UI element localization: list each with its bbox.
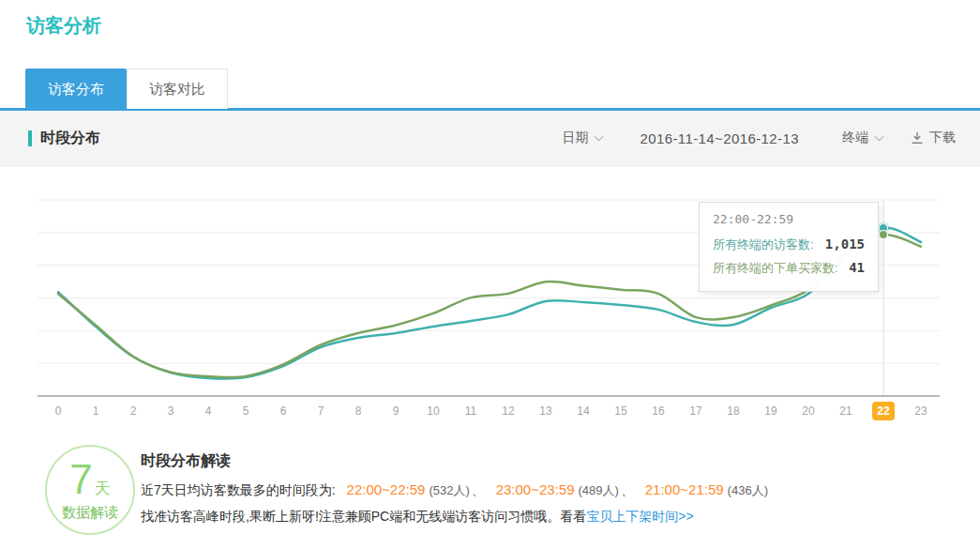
badge-caption: 数据解读 <box>62 504 118 522</box>
tooltip-label-buyers: 所有终端的下单买家数: <box>713 256 838 280</box>
x-axis-label: 8 <box>339 404 377 418</box>
x-axis-label: 6 <box>264 404 302 418</box>
section-marker <box>28 130 32 146</box>
tooltip-label-visitors: 所有终端的访客数: <box>713 233 814 256</box>
badge-unit: 天 <box>95 480 111 497</box>
x-axis-label: 0 <box>39 404 77 418</box>
x-axis-label: 12 <box>490 404 527 418</box>
x-axis-label: 9 <box>377 404 415 418</box>
x-axis-label: 3 <box>152 404 189 418</box>
download-icon <box>911 131 924 145</box>
toolbar: 时段分布 日期 2016-11-14~2016-12-13 终端 下载 <box>0 111 980 166</box>
x-axis-label: 10 <box>415 404 452 418</box>
insight-line1-prefix: 近7天日均访客数最多的时间段为: <box>141 482 336 497</box>
x-axis-label: 11 <box>452 404 490 418</box>
x-axis-label: 20 <box>790 404 827 418</box>
terminal-filter-dropdown[interactable]: 终端 <box>842 130 882 146</box>
download-button[interactable]: 下载 <box>911 130 956 146</box>
x-axis-label: 2 <box>114 404 152 418</box>
chevron-down-icon <box>595 131 604 141</box>
date-filter-dropdown[interactable]: 日期 <box>562 130 602 146</box>
insight-section: 7天 数据解读 时段分布解读 近7天日均访客数最多的时间段为: 22:00~22… <box>0 443 980 534</box>
x-axis-label: 18 <box>715 404 752 418</box>
tab-bar: 访客分布 访客对比 <box>25 69 228 111</box>
x-axis-label: 5 <box>227 404 264 418</box>
toolbar-controls: 日期 2016-11-14~2016-12-13 终端 下载 <box>562 130 956 146</box>
tab-visitor-comparison[interactable]: 访客对比 <box>127 69 228 109</box>
x-axis-label: 17 <box>677 404 715 418</box>
tooltip-row-buyers: 所有终端的下单买家数: 41 <box>713 256 865 280</box>
top-slot-3-count: (436人) <box>728 483 768 497</box>
x-axis-label: 1 <box>77 404 114 418</box>
date-filter-label: 日期 <box>562 130 588 146</box>
x-axis-label: 4 <box>189 404 227 418</box>
download-label: 下载 <box>929 130 956 146</box>
slot-separator: 、 <box>472 482 485 497</box>
listing-schedule-link[interactable]: 宝贝上下架时间>> <box>586 509 693 524</box>
visitor-analysis-page: 访客分析 访客分布 访客对比 时段分布 日期 2016-11-14~2016-1… <box>0 0 980 549</box>
insight-line-2: 找准访客高峰时段,果断上新呀!注意兼顾PC端和无线端访客访问习惯哦。看看宝贝上下… <box>141 508 980 526</box>
insight-line-1: 近7天日均访客数最多的时间段为: 22:00~22:59(532人)、 23:0… <box>141 480 980 499</box>
x-axis-label-highlighted: 22 <box>865 404 902 418</box>
highlight-dot-buyers <box>880 231 888 239</box>
top-slot-2-count: (489人) <box>579 483 619 497</box>
tooltip-value-buyers: 41 <box>849 256 865 280</box>
tab-visitor-distribution[interactable]: 访客分布 <box>25 69 127 111</box>
badge-number: 7 <box>69 456 92 502</box>
badge-days: 7天 <box>69 459 110 500</box>
tooltip-time: 22:00-22:59 <box>713 212 865 226</box>
x-axis-label: 14 <box>565 404 602 418</box>
x-axis-label: 15 <box>602 404 640 418</box>
date-range-value[interactable]: 2016-11-14~2016-12-13 <box>640 130 799 146</box>
time-distribution-chart[interactable]: 01234567891011121314151617181920212223 2… <box>0 178 980 441</box>
x-axis-label: 7 <box>302 404 339 418</box>
insight-heading: 时段分布解读 <box>141 451 980 471</box>
x-axis-label: 23 <box>902 404 940 418</box>
seven-day-badge: 7天 数据解读 <box>45 445 135 535</box>
section-title-text: 时段分布 <box>40 129 100 148</box>
insight-body: 时段分布解读 近7天日均访客数最多的时间段为: 22:00~22:59(532人… <box>141 443 980 526</box>
slot-separator: 、 <box>621 482 634 497</box>
chevron-down-icon <box>875 131 884 141</box>
page-title: 访客分析 <box>26 13 101 38</box>
x-axis-label: 19 <box>752 404 790 418</box>
x-axis-label: 13 <box>527 404 565 418</box>
x-axis-label: 16 <box>640 404 677 418</box>
terminal-filter-label: 终端 <box>842 130 868 146</box>
section-title: 时段分布 <box>28 129 100 148</box>
top-slot-2-time: 23:00~23:59 <box>496 481 575 497</box>
x-axis-label: 21 <box>827 404 865 418</box>
top-slot-1-time: 22:00~22:59 <box>347 481 426 497</box>
top-slot-1-count: (532人) <box>429 483 469 497</box>
top-slot-3-time: 21:00~21:59 <box>645 481 724 497</box>
tooltip-row-visitors: 所有终端的访客数: 1,015 <box>713 233 865 256</box>
insight-line2-text: 找准访客高峰时段,果断上新呀!注意兼顾PC端和无线端访客访问习惯哦。看看 <box>141 509 586 524</box>
chart-tooltip: 22:00-22:59 所有终端的访客数: 1,015 所有终端的下单买家数: … <box>699 202 879 292</box>
tooltip-value-visitors: 1,015 <box>825 233 865 256</box>
